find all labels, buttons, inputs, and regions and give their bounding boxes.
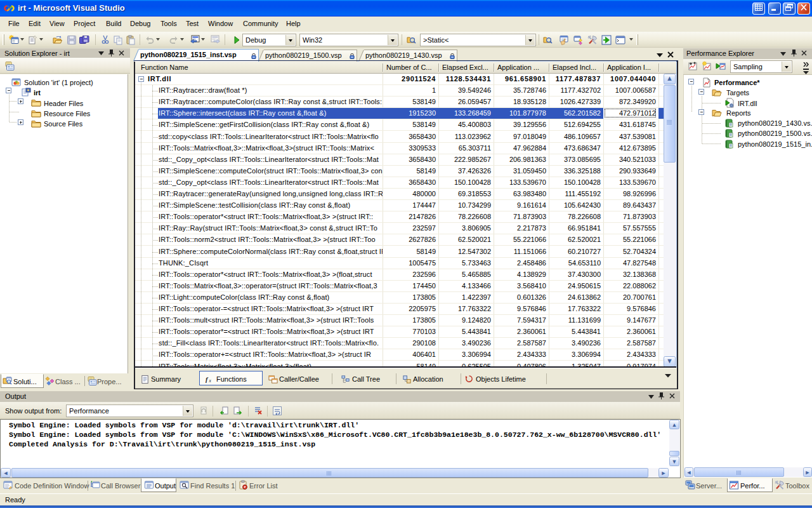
- svg-text:f: f: [206, 376, 209, 383]
- svg-text:x: x: [209, 378, 212, 384]
